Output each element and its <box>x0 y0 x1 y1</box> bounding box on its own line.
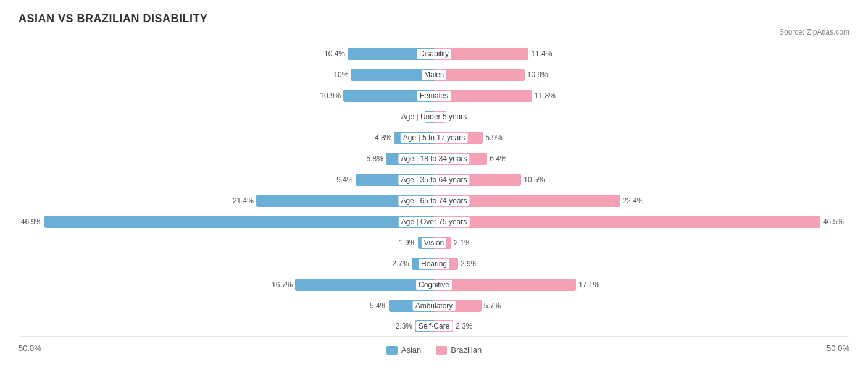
bar-row: 2.3%2.3%Self-Care <box>19 316 849 337</box>
bars-container: 10.9%11.8%Females <box>19 85 849 106</box>
bar-row: 10.9%11.8%Females <box>19 85 849 106</box>
bar-row: 16.7%17.1%Cognitive <box>19 274 849 295</box>
asian-value: 1.9% <box>399 238 415 247</box>
row-label: Vision <box>422 238 446 248</box>
brazilian-bar <box>434 69 525 81</box>
brazilian-value: 2.3% <box>456 322 472 330</box>
row-label: Age | Over 75 years <box>399 217 470 227</box>
asian-value: 10.4% <box>324 49 345 58</box>
row-label: Age | 35 to 64 years <box>398 175 469 185</box>
bars-container: 46.9%46.5%Age | Over 75 years <box>19 211 849 232</box>
bars-container: 21.4%22.4%Age | 65 to 74 years <box>19 190 849 211</box>
bars-container: 16.7%17.1%Cognitive <box>19 274 849 295</box>
chart-area: 10.4%11.4%Disability10%10.9%Males10.9%11… <box>19 43 849 337</box>
bars-container: 2.7%2.9%Hearing <box>19 253 849 274</box>
row-label: Males <box>422 70 446 80</box>
row-label: Age | 18 to 34 years <box>398 154 469 164</box>
bar-row: 21.4%22.4%Age | 65 to 74 years <box>19 190 849 211</box>
row-label: Disability <box>417 49 451 59</box>
brazilian-value: 22.4% <box>623 196 644 205</box>
asian-bar <box>44 216 434 228</box>
row-label: Ambulatory <box>413 301 456 311</box>
bar-row: 1.1%1.5%Age | Under 5 years <box>19 106 849 127</box>
legend-brazilian: Brazilian <box>436 345 482 355</box>
brazilian-bar <box>434 216 820 228</box>
brazilian-value: 2.1% <box>454 238 470 247</box>
asian-swatch <box>386 346 398 355</box>
asian-value: 21.4% <box>233 196 254 205</box>
asian-value: 2.7% <box>392 259 409 268</box>
asian-label: Asian <box>401 345 422 355</box>
brazilian-value: 10.9% <box>527 70 548 79</box>
bars-container: 5.8%6.4%Age | 18 to 34 years <box>19 148 849 169</box>
chart-title: ASIAN VS BRAZILIAN DISABILITY <box>19 12 849 25</box>
bar-row: 1.9%2.1%Vision <box>19 232 849 253</box>
row-label: Age | Under 5 years <box>399 112 470 122</box>
brazilian-value: 11.4% <box>531 49 552 58</box>
asian-value: 10% <box>333 70 348 79</box>
bars-container: 5.4%5.7%Ambulatory <box>19 295 849 316</box>
bars-container: 10.4%11.4%Disability <box>19 43 849 64</box>
asian-value: 4.8% <box>375 133 391 142</box>
bar-row: 4.8%5.9%Age | 5 to 17 years <box>19 127 849 148</box>
asian-value: 16.7% <box>272 280 293 289</box>
asian-value: 9.4% <box>336 175 353 184</box>
brazilian-value: 11.8% <box>535 91 556 100</box>
bar-row: 9.4%10.5%Age | 35 to 64 years <box>19 169 849 190</box>
legend-asian: Asian <box>386 345 422 355</box>
brazilian-value: 46.5% <box>823 217 844 226</box>
brazilian-swatch <box>436 346 447 355</box>
row-label: Females <box>417 91 451 101</box>
bar-row: 5.8%6.4%Age | 18 to 34 years <box>19 148 849 169</box>
brazilian-bar <box>434 279 576 291</box>
bars-container: 1.9%2.1%Vision <box>19 232 849 253</box>
bars-container: 1.1%1.5%Age | Under 5 years <box>19 106 849 127</box>
bars-container: 10%10.9%Males <box>19 64 849 85</box>
bars-container: 9.4%10.5%Age | 35 to 64 years <box>19 169 849 190</box>
row-label: Age | 5 to 17 years <box>401 133 468 143</box>
row-label: Self-Care <box>416 321 453 331</box>
asian-value: 5.8% <box>367 154 383 163</box>
asian-value: 5.4% <box>370 301 386 310</box>
asian-value: 2.3% <box>396 322 412 330</box>
brazilian-value: 17.1% <box>578 280 599 289</box>
asian-value: 46.9% <box>21 217 42 226</box>
brazilian-value: 2.9% <box>461 259 477 268</box>
brazilian-label: Brazilian <box>451 345 482 355</box>
brazilian-value: 10.5% <box>524 175 545 184</box>
footer-right-value: 50.0% <box>827 343 849 353</box>
bar-row: 10%10.9%Males <box>19 64 849 85</box>
bars-container: 2.3%2.3%Self-Care <box>19 316 849 337</box>
bar-row: 5.4%5.7%Ambulatory <box>19 295 849 316</box>
source-label: Source: ZipAtlas.com <box>19 28 849 36</box>
row-label: Cognitive <box>416 280 452 290</box>
brazilian-value: 6.4% <box>490 154 506 163</box>
brazilian-value: 5.9% <box>485 133 502 142</box>
row-label: Hearing <box>419 259 449 269</box>
chart-legend: Asian Brazilian <box>386 345 482 355</box>
row-label: Age | 65 to 74 years <box>398 196 469 206</box>
bar-row: 46.9%46.5%Age | Over 75 years <box>19 211 849 232</box>
footer-left-value: 50.0% <box>19 343 41 353</box>
bars-container: 4.8%5.9%Age | 5 to 17 years <box>19 127 849 148</box>
asian-bar <box>295 279 434 291</box>
chart-footer: 50.0% Asian Brazilian 50.0% <box>19 342 849 355</box>
brazilian-value: 5.7% <box>484 301 501 310</box>
bar-row: 2.7%2.9%Hearing <box>19 253 849 274</box>
asian-value: 10.9% <box>320 91 341 100</box>
bar-row: 10.4%11.4%Disability <box>19 43 849 64</box>
page-container: ASIAN VS BRAZILIAN DISABILITY Source: Zi… <box>19 12 849 355</box>
